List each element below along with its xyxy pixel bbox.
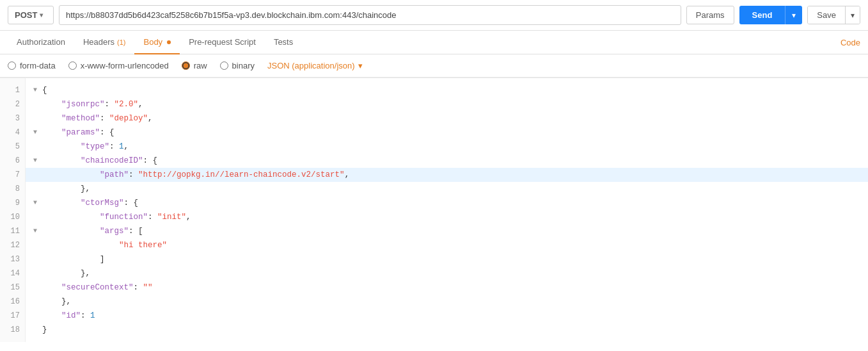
code-line: ▼ "ctorMsg": { [33,196,860,210]
method-label: POST [15,10,37,20]
x-www-form-urlencoded-radio[interactable] [68,61,77,70]
code-line: } [33,323,860,337]
collapse-icon[interactable]: ▼ [33,83,41,97]
params-button[interactable]: Params [686,6,734,24]
collapse-icon[interactable]: ▼ [33,224,41,238]
format-chevron-icon: ▾ [358,61,363,70]
code-line: "secureContext": "" [33,281,860,295]
raw-radio[interactable] [182,61,190,70]
code-line: "path": "http://gopkg.in//learn-chaincod… [26,168,868,182]
binary-radio[interactable] [220,61,228,70]
code-line: "jsonrpc": "2.0", [33,97,860,111]
code-line: ▼ "chaincodeID": { [33,154,860,168]
method-selector[interactable]: POST ▾ [8,6,54,24]
method-chevron-icon: ▾ [40,12,43,19]
binary-option[interactable]: binary [220,61,255,70]
form-data-radio[interactable] [8,61,16,70]
tab-tests[interactable]: Tests [265,31,302,54]
format-selector[interactable]: JSON (application/json) ▾ [267,61,363,70]
collapse-icon[interactable]: ▼ [33,126,41,140]
code-editor[interactable]: 123456789101112131415161718 ▼ { "jsonrpc… [0,78,868,342]
code-line: "method": "deploy", [33,111,860,126]
tab-authorization[interactable]: Authorization [8,31,74,54]
x-www-form-urlencoded-option[interactable]: x-www-form-urlencoded [68,61,169,70]
tabs-bar: Authorization Headers (1) Body Pre-reque… [0,31,868,54]
tab-pre-request-script[interactable]: Pre-request Script [180,31,265,54]
body-dot [167,40,171,44]
code-link[interactable]: Code [840,31,860,54]
tab-body[interactable]: Body [134,31,180,54]
code-line: ] [33,252,860,266]
code-line: "hi there" [33,238,860,252]
code-line: }, [33,295,860,309]
code-content[interactable]: ▼ { "jsonrpc": "2.0", "method": "deploy"… [26,78,868,342]
send-button[interactable]: Send [739,6,785,24]
tab-headers[interactable]: Headers (1) [74,31,135,54]
save-button[interactable]: Save [808,6,845,24]
raw-option[interactable]: raw [182,61,207,70]
line-numbers: 123456789101112131415161718 [0,78,26,342]
headers-badge: (1) [117,38,125,46]
code-line: "id": 1 [33,309,860,323]
top-bar: POST ▾ Params Send ▾ Save ▾ [0,0,868,31]
body-options-bar: form-data x-www-form-urlencoded raw bina… [0,54,868,78]
code-line: }, [33,266,860,281]
form-data-option[interactable]: form-data [8,61,56,70]
code-line: ▼ { [33,83,860,97]
send-dropdown-button[interactable]: ▾ [785,6,802,24]
code-line: ▼ "params": { [33,126,860,140]
code-editor-container: 123456789101112131415161718 ▼ { "jsonrpc… [0,78,868,342]
url-input[interactable] [59,5,681,25]
code-line: "type": 1, [33,140,860,154]
collapse-icon[interactable]: ▼ [33,196,41,210]
send-group: Send ▾ [739,6,803,24]
code-line: ▼ "args": [ [33,224,860,238]
code-line: }, [33,182,860,196]
code-line: "function": "init", [33,210,860,224]
save-group: Save ▾ [807,6,860,24]
collapse-icon[interactable]: ▼ [33,154,41,168]
save-dropdown-button[interactable]: ▾ [845,6,860,24]
